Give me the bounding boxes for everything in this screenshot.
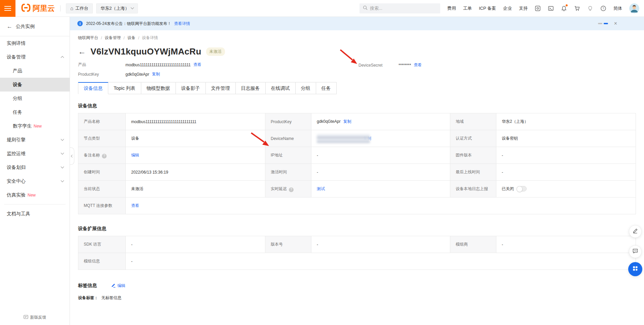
productkey-copy-link[interactable]: 复制 xyxy=(343,119,351,124)
floating-survey-button[interactable] xyxy=(629,225,642,238)
chevron-down-icon xyxy=(61,151,64,155)
tab-device-shadow[interactable]: 设备影子 xyxy=(176,82,206,94)
instance-name: 公共实例 xyxy=(16,24,35,30)
app-center-icon[interactable] xyxy=(535,5,541,11)
sidebar-item-jobs[interactable]: 任务 xyxy=(0,105,70,119)
device-tags-line: 设备标签： 无标签信息 xyxy=(78,295,636,301)
sidebar-item-products[interactable]: 产品 xyxy=(0,64,70,78)
breadcrumb-device-management[interactable]: 设备管理 xyxy=(105,35,121,41)
alibaba-cloud-logo[interactable]: 阿里云 xyxy=(21,3,55,13)
sidebar-nav: 实例详情 设备管理 产品 设备 分组 任务 数字孪生 New 规则引擎 监控运维 xyxy=(0,36,70,221)
product-view-link[interactable]: 查看 xyxy=(193,62,201,68)
table-row: 备注名称? 编辑 IP地址 - 固件版本 - xyxy=(78,147,636,164)
search-icon xyxy=(363,5,368,11)
device-tabs: 设备信息 Topic 列表 物模型数据 设备影子 文件管理 日志服务 在线调试 … xyxy=(78,82,636,94)
section-title-device-info: 设备信息 xyxy=(78,103,636,109)
table-row: 创建时间 2022/06/13 15:36:19 激活时间 - 最后上线时间 - xyxy=(78,164,636,181)
notification-bell-icon[interactable] xyxy=(561,5,567,11)
region-label: 华东2（上海） xyxy=(101,5,129,11)
tab-online-debug[interactable]: 在线调试 xyxy=(266,82,296,94)
tab-tsl-data[interactable]: 物模型数据 xyxy=(141,82,176,94)
sidebar-instance-header[interactable]: ← 公共实例 xyxy=(0,17,70,36)
table-row: 产品名称 modbus11111111111111111111111111 Pr… xyxy=(78,113,636,130)
back-icon[interactable]: ← xyxy=(7,23,12,30)
devicename-masked-value xyxy=(317,134,370,143)
floating-apps-button[interactable] xyxy=(628,262,642,276)
sidebar-item-digital-twin[interactable]: 数字孪生 New xyxy=(0,119,70,133)
hamburger-menu-button[interactable] xyxy=(0,0,15,17)
nav-item-support[interactable]: 支持 xyxy=(519,5,528,11)
devicesecret-masked: ******** xyxy=(399,63,411,68)
help-icon[interactable]: ? xyxy=(289,187,294,192)
tab-file-management[interactable]: 文件管理 xyxy=(206,82,236,94)
sidebar-item-security-center[interactable]: 安全中心 xyxy=(0,174,70,188)
sidebar-item-devices[interactable]: 设备 xyxy=(0,78,70,92)
tab-log-service[interactable]: 日志服务 xyxy=(236,82,266,94)
table-row: 当前状态 未激活 实时延迟? 测试 设备本地日志上报 已关闭 xyxy=(78,181,636,197)
sidebar-item-docs-tools[interactable]: 文档与工具 xyxy=(0,207,70,221)
announcement-text: 2022-05-24发布公告：物联网平台新功能发布！ xyxy=(86,21,171,27)
chevron-up-icon xyxy=(61,56,64,60)
product-value: modbus11111111111111111111111111 xyxy=(125,63,191,67)
floating-feedback-button[interactable] xyxy=(629,245,642,258)
sidebar-item-device-management[interactable]: 设备管理 xyxy=(0,50,70,64)
breadcrumb-iot-platform[interactable]: 物联网平台 xyxy=(78,35,98,41)
tab-groups[interactable]: 分组 xyxy=(296,82,316,94)
language-selector[interactable]: 简体 xyxy=(613,5,622,11)
device-info-table: 产品名称 modbus11111111111111111111111111 Pr… xyxy=(78,113,636,214)
sidebar-item-rules-engine[interactable]: 规则引擎 xyxy=(0,133,70,147)
sidebar: ← 公共实例 实例详情 设备管理 产品 设备 分组 任务 数字孪生 New 规则… xyxy=(0,17,70,325)
latency-test-link[interactable]: 测试 xyxy=(317,186,325,191)
devicesecret-view-link[interactable]: 查看 xyxy=(414,62,422,68)
global-search[interactable] xyxy=(359,3,440,13)
pagination-bar-inactive[interactable] xyxy=(598,23,602,24)
avatar[interactable] xyxy=(629,3,639,13)
nav-item-enterprise[interactable]: 企业 xyxy=(503,5,512,11)
feedback-button[interactable]: 新版反馈 xyxy=(0,315,70,320)
tab-device-info[interactable]: 设备信息 xyxy=(78,82,108,94)
local-log-toggle[interactable] xyxy=(517,186,527,191)
search-input[interactable] xyxy=(370,6,437,11)
mqtt-params-view-link[interactable]: 查看 xyxy=(131,203,139,208)
announcement-details-link[interactable]: 查看详情 xyxy=(174,21,190,27)
workbench-button[interactable]: ⌂ 工作台 xyxy=(66,3,93,13)
devicesecret-label: DeviceSecret xyxy=(358,63,399,68)
nav-item-icp[interactable]: ICP 备案 xyxy=(479,5,496,11)
help-icon[interactable]: ? xyxy=(102,154,107,158)
product-label: 产品 xyxy=(78,62,125,68)
sidebar-item-device-allocation[interactable]: 设备划归 xyxy=(0,160,70,174)
breadcrumb: 物联网平台 / 设备管理 / 设备 / 设备详情 xyxy=(78,35,636,41)
grid-icon xyxy=(632,265,638,273)
divider xyxy=(60,5,61,11)
sidebar-item-groups[interactable]: 分组 xyxy=(0,92,70,105)
tab-jobs[interactable]: 任务 xyxy=(316,82,337,94)
console-terminal-icon[interactable] xyxy=(548,5,554,11)
nav-item-tickets[interactable]: 工单 xyxy=(463,5,472,11)
chevron-down-icon xyxy=(131,6,134,9)
close-icon[interactable]: × xyxy=(614,21,617,26)
device-tags-value: 无标签信息 xyxy=(101,295,121,300)
table-row: MQTT 连接参数 查看 xyxy=(78,197,636,214)
help-icon[interactable]: ? xyxy=(600,5,606,11)
region-selector[interactable]: 华东2（上海） xyxy=(96,3,138,13)
content-row: ← 公共实例 实例详情 设备管理 产品 设备 分组 任务 数字孪生 New 规则… xyxy=(0,17,644,325)
info-icon: i xyxy=(77,21,83,26)
sidebar-collapse-handle[interactable] xyxy=(70,147,74,165)
tags-edit-button[interactable]: 编辑 xyxy=(111,283,125,289)
remark-edit-link[interactable]: 编辑 xyxy=(131,153,139,157)
pagination-bar-active[interactable] xyxy=(604,23,608,24)
breadcrumb-devices[interactable]: 设备 xyxy=(127,35,136,41)
navbar-right-cluster: 费用 工单 ICP 备案 企业 支持 ? 简体 xyxy=(359,3,644,13)
main-column: i 2022-05-24发布公告：物联网平台新功能发布！ 查看详情 × 物联网平… xyxy=(70,17,644,325)
sidebar-item-instance-details[interactable]: 实例详情 xyxy=(0,36,70,50)
status-badge: 未激活 xyxy=(206,47,225,56)
sidebar-item-monitoring[interactable]: 监控运维 xyxy=(0,147,70,160)
lightbulb-icon[interactable] xyxy=(587,5,593,11)
cart-icon[interactable] xyxy=(574,5,580,11)
logo-bracket-icon xyxy=(21,3,31,13)
nav-item-billing[interactable]: 费用 xyxy=(447,5,456,11)
tab-topic-list[interactable]: Topic 列表 xyxy=(108,82,141,94)
productkey-copy-link[interactable]: 复制 xyxy=(152,71,160,77)
sidebar-item-simulation[interactable]: 仿真实验 New xyxy=(0,188,70,202)
back-icon[interactable]: ← xyxy=(78,48,86,56)
